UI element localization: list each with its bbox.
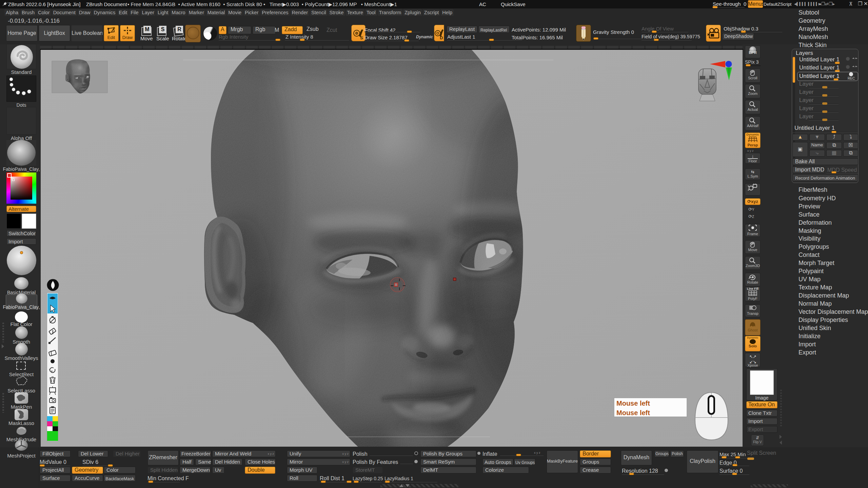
- svg-text:S: S: [360, 35, 363, 40]
- svg-text:D: D: [440, 35, 443, 40]
- svg-text:Mouse left: Mouse left: [616, 409, 650, 416]
- svg-text:Mouse left: Mouse left: [616, 400, 650, 407]
